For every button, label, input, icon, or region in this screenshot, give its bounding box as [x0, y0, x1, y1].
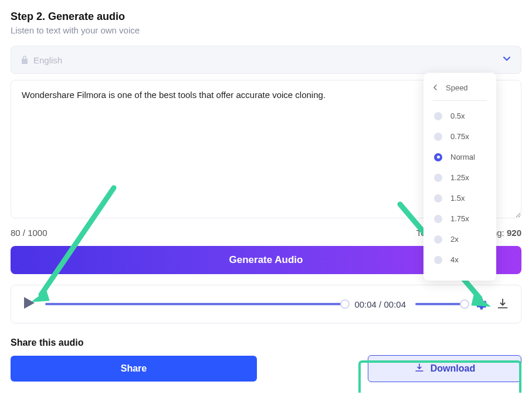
download-icon-button[interactable]: [496, 298, 509, 311]
speed-option-label: 1.75x: [450, 214, 469, 223]
speed-option-label: 4x: [450, 255, 459, 264]
audio-player: 00:04 / 00:04: [11, 285, 521, 323]
lock-icon: [21, 55, 29, 65]
speed-option[interactable]: 1.25x: [433, 167, 487, 188]
play-button[interactable]: [23, 296, 36, 312]
speed-option-label: 1.25x: [450, 173, 469, 182]
speed-option[interactable]: Normal: [433, 147, 487, 167]
share-button[interactable]: Share: [11, 356, 257, 382]
volume-thumb[interactable]: [460, 299, 469, 309]
speed-option-label: 0.5x: [450, 112, 465, 120]
speed-header[interactable]: Speed: [433, 83, 487, 101]
speed-option[interactable]: 4x: [433, 249, 487, 270]
radio-icon: [434, 133, 442, 141]
settings-button[interactable]: [474, 298, 487, 311]
radio-icon: [434, 194, 442, 203]
download-icon: [414, 362, 425, 375]
share-title: Share this audio: [11, 338, 521, 348]
speed-popover: Speed 0.5x0.75xNormal1.25x1.5x1.75x2x4x: [423, 73, 496, 281]
radio-icon: [434, 153, 442, 161]
speed-option[interactable]: 0.75x: [433, 126, 487, 147]
volume-slider[interactable]: [415, 303, 465, 305]
radio-icon: [434, 215, 442, 223]
radio-icon: [434, 235, 442, 244]
speed-option-label: Normal: [450, 153, 475, 161]
speed-option[interactable]: 2x: [433, 229, 487, 249]
radio-icon: [434, 256, 442, 264]
radio-icon: [434, 112, 442, 120]
speed-option-label: 0.75x: [450, 132, 469, 141]
speed-option-label: 2x: [450, 235, 459, 244]
char-count: 80 / 1000: [11, 228, 48, 238]
speed-option[interactable]: 1.75x: [433, 208, 487, 229]
speed-option[interactable]: 1.5x: [433, 188, 487, 208]
download-button[interactable]: Download: [368, 355, 521, 382]
step-subtitle: Listen to text with your own voice: [11, 25, 521, 35]
radio-icon: [434, 174, 442, 182]
speed-option-label: 1.5x: [450, 194, 465, 203]
speed-option[interactable]: 0.5x: [433, 106, 487, 126]
progress-slider[interactable]: [45, 303, 345, 305]
language-select[interactable]: English: [11, 46, 521, 74]
language-value: English: [33, 55, 62, 65]
chevron-down-icon: [502, 54, 511, 66]
step-title: Step 2. Generate audio: [11, 11, 521, 23]
time-display: 00:04 / 00:04: [354, 299, 406, 309]
progress-thumb[interactable]: [340, 299, 350, 309]
chevron-left-icon: [433, 83, 438, 92]
